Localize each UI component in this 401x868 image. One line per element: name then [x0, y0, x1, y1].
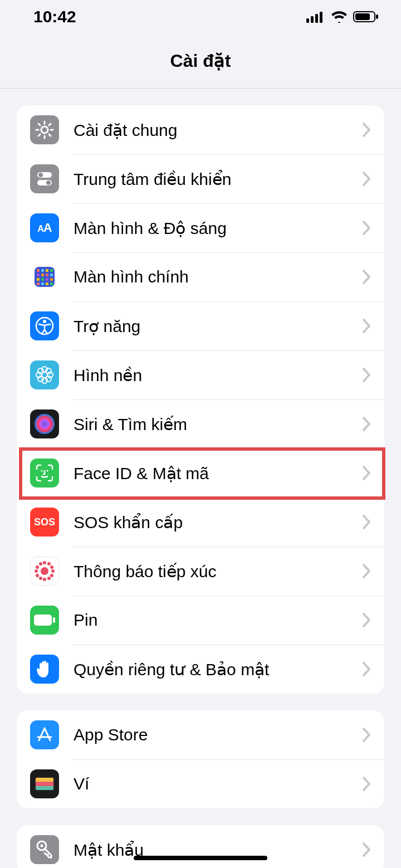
chevron-right-icon [362, 465, 371, 481]
settings-group: App StoreVí [17, 710, 384, 808]
settings-row-label: Ví [74, 774, 362, 793]
wifi-icon [331, 11, 348, 23]
grid-icon [30, 262, 59, 291]
flower-icon [30, 360, 59, 389]
svg-point-41 [35, 414, 55, 434]
chevron-right-icon [362, 269, 371, 285]
svg-rect-25 [37, 282, 40, 285]
svg-rect-27 [46, 282, 48, 285]
svg-rect-21 [37, 278, 40, 281]
svg-point-47 [41, 845, 43, 847]
gear-icon [30, 115, 59, 144]
svg-rect-19 [46, 274, 48, 276]
svg-rect-0 [306, 18, 309, 23]
settings-row-label: Trung tâm điều khiển [74, 169, 362, 189]
status-time: 10:42 [33, 7, 76, 26]
page-title: Cài đặt [0, 33, 401, 89]
chevron-right-icon [362, 776, 371, 792]
chevron-right-icon [362, 367, 371, 383]
settings-row-label: Thông báo tiếp xúc [74, 562, 362, 581]
settings-row-label: App Store [74, 725, 362, 744]
settings-group: Mật khẩu [17, 825, 384, 868]
settings-row-general[interactable]: Cài đặt chung [17, 105, 384, 154]
svg-rect-45 [53, 617, 55, 623]
chevron-right-icon [362, 661, 371, 677]
key-icon [30, 835, 59, 864]
settings-row-label: Quyền riêng tư & Bảo mật [74, 660, 362, 679]
settings-row-label: Trợ năng [74, 316, 362, 336]
battery-icon [30, 606, 59, 635]
svg-point-7 [41, 126, 48, 133]
settings-row-passwords[interactable]: Mật khẩu [17, 825, 384, 868]
settings-row-accessibility[interactable]: Trợ năng [17, 301, 384, 350]
svg-rect-13 [37, 269, 40, 272]
svg-rect-24 [50, 278, 53, 281]
settings-row-label: Màn hình & Độ sáng [74, 218, 362, 238]
wallet-icon [30, 769, 59, 798]
settings-row-control-center[interactable]: Trung tâm điều khiển [17, 154, 384, 203]
settings-row-label: Siri & Tìm kiếm [74, 415, 362, 434]
chevron-right-icon [362, 318, 371, 334]
toggles-icon [30, 164, 59, 193]
settings-row-exposure[interactable]: Thông báo tiếp xúc [17, 547, 384, 596]
settings-row-label: Hình nền [74, 365, 362, 385]
exposure-icon [30, 557, 59, 586]
settings-row-label: Face ID & Mật mã [74, 464, 362, 483]
accessibility-icon [30, 311, 59, 340]
settings-row-home-screen[interactable]: Màn hình chính [17, 252, 384, 301]
svg-rect-3 [320, 12, 322, 23]
sos-icon: SOS [30, 508, 59, 537]
appstore-icon [30, 720, 59, 749]
svg-point-30 [43, 320, 46, 323]
chevron-right-icon [362, 220, 371, 236]
settings-row-siri[interactable]: Siri & Tìm kiếm [17, 399, 384, 448]
chevron-right-icon [362, 171, 371, 187]
cellular-icon [306, 11, 325, 23]
svg-rect-18 [41, 274, 44, 276]
settings-row-label: Cài đặt chung [74, 120, 362, 140]
svg-rect-15 [46, 269, 48, 272]
svg-rect-1 [311, 16, 314, 23]
settings-row-app-store[interactable]: App Store [17, 710, 384, 759]
home-indicator [134, 856, 267, 860]
svg-rect-23 [46, 278, 48, 281]
svg-rect-20 [50, 274, 53, 276]
svg-rect-22 [41, 278, 44, 281]
svg-rect-16 [50, 269, 53, 272]
settings-row-privacy[interactable]: Quyền riêng tư & Bảo mật [17, 645, 384, 694]
svg-rect-2 [315, 14, 318, 23]
svg-point-11 [46, 181, 51, 185]
svg-rect-44 [34, 615, 52, 626]
hand-icon [30, 655, 59, 684]
settings-group: Cài đặt chungTrung tâm điều khiểnAAMàn h… [17, 105, 384, 694]
faceid-icon [30, 459, 59, 487]
settings-row-face-id[interactable]: Face ID & Mật mã [17, 448, 384, 498]
battery-icon [353, 11, 379, 23]
aa-icon: AA [30, 213, 59, 242]
chevron-right-icon [362, 727, 371, 743]
chevron-right-icon [362, 842, 371, 857]
settings-row-battery[interactable]: Pin [17, 596, 384, 645]
svg-point-43 [47, 470, 48, 472]
chevron-right-icon [362, 612, 371, 628]
settings-row-sos[interactable]: SOSSOS khẩn cấp [17, 498, 384, 547]
settings-row-label: Pin [74, 611, 362, 630]
settings-row-label: Màn hình chính [74, 267, 362, 286]
chevron-right-icon [362, 416, 371, 432]
svg-point-42 [41, 470, 43, 472]
svg-point-9 [38, 173, 43, 177]
svg-rect-26 [41, 282, 44, 285]
status-bar: 10:42 [0, 0, 401, 33]
chevron-right-icon [362, 514, 371, 530]
svg-rect-14 [41, 269, 44, 272]
settings-row-wallet[interactable]: Ví [17, 759, 384, 808]
svg-rect-28 [50, 282, 53, 285]
siri-icon [30, 409, 59, 438]
chevron-right-icon [362, 563, 371, 579]
svg-rect-17 [37, 274, 40, 276]
settings-row-wallpaper[interactable]: Hình nền [17, 350, 384, 399]
svg-rect-6 [376, 14, 378, 19]
status-icons [306, 11, 379, 23]
chevron-right-icon [362, 122, 371, 138]
settings-row-display[interactable]: AAMàn hình & Độ sáng [17, 203, 384, 252]
